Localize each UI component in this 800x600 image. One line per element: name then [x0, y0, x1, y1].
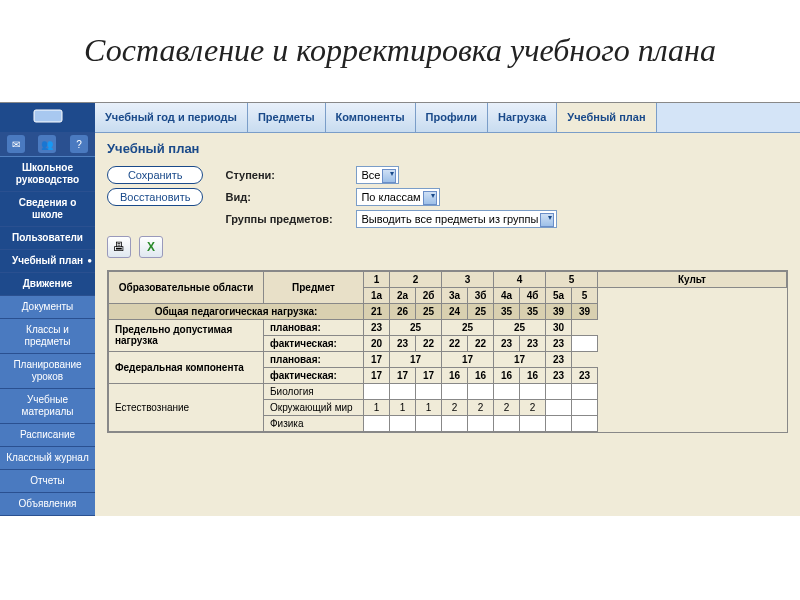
subject-label: плановая:: [264, 319, 364, 335]
cell[interactable]: [468, 383, 494, 399]
tab-4[interactable]: Нагрузка: [488, 103, 557, 132]
restore-button[interactable]: Восстановить: [107, 188, 203, 206]
cell[interactable]: 22: [416, 335, 442, 351]
excel-icon[interactable]: X: [139, 236, 163, 258]
cell: 35: [520, 303, 546, 319]
cell[interactable]: [390, 383, 416, 399]
groups-select[interactable]: Выводить все предметы из группы: [356, 210, 557, 228]
sidebar-item-3[interactable]: Учебный план: [0, 250, 95, 273]
cell[interactable]: 16: [520, 367, 546, 383]
cell[interactable]: 17: [390, 367, 416, 383]
steps-label: Ступени:: [225, 169, 350, 181]
cell[interactable]: 2: [468, 399, 494, 415]
cell[interactable]: 23: [572, 367, 598, 383]
cell[interactable]: 17: [364, 351, 390, 367]
tab-bar: Учебный год и периодыПредметыКомпонентыП…: [95, 103, 800, 133]
cell[interactable]: [572, 383, 598, 399]
cell[interactable]: [442, 383, 468, 399]
cell[interactable]: 17: [416, 367, 442, 383]
cell[interactable]: 23: [364, 319, 390, 335]
cell[interactable]: [468, 415, 494, 431]
cell[interactable]: 23: [520, 335, 546, 351]
subject-label: фактическая:: [264, 367, 364, 383]
cell[interactable]: 30: [546, 319, 572, 335]
tab-1[interactable]: Предметы: [248, 103, 326, 132]
cell[interactable]: [546, 383, 572, 399]
cell[interactable]: [546, 399, 572, 415]
cell[interactable]: 20: [364, 335, 390, 351]
cell[interactable]: [520, 415, 546, 431]
cell[interactable]: [364, 383, 390, 399]
cell[interactable]: [494, 415, 520, 431]
sidebar-item-7[interactable]: Планирование уроков: [0, 354, 95, 389]
cell[interactable]: 23: [546, 335, 572, 351]
cell[interactable]: 17: [494, 351, 546, 367]
steps-select[interactable]: Все: [356, 166, 399, 184]
sidebar-item-11[interactable]: Отчеты: [0, 470, 95, 493]
cell[interactable]: 22: [442, 335, 468, 351]
col-group: 1: [364, 271, 390, 287]
tab-2[interactable]: Компоненты: [326, 103, 416, 132]
tab-5[interactable]: Учебный план: [557, 103, 656, 132]
cell[interactable]: 1: [416, 399, 442, 415]
cell[interactable]: 17: [364, 367, 390, 383]
cell[interactable]: 17: [390, 351, 442, 367]
cell[interactable]: [416, 415, 442, 431]
save-button[interactable]: Сохранить: [107, 166, 203, 184]
sidebar-item-8[interactable]: Учебные материалы: [0, 389, 95, 424]
help-icon[interactable]: ?: [70, 135, 88, 153]
sidebar-item-9[interactable]: Расписание: [0, 424, 95, 447]
cell[interactable]: [572, 399, 598, 415]
cell[interactable]: 16: [442, 367, 468, 383]
subject-label: Окружающий мир: [264, 399, 364, 415]
cell[interactable]: 1: [364, 399, 390, 415]
cell[interactable]: [572, 415, 598, 431]
cell[interactable]: 2: [442, 399, 468, 415]
view-select[interactable]: По классам: [356, 188, 439, 206]
cell[interactable]: [572, 335, 598, 351]
cell[interactable]: 2: [494, 399, 520, 415]
col-class: 5а: [546, 287, 572, 303]
cell[interactable]: [520, 383, 546, 399]
main-panel: Учебный год и периодыПредметыКомпонентыП…: [95, 103, 800, 516]
cell[interactable]: 16: [494, 367, 520, 383]
sidebar-item-10[interactable]: Классный журнал: [0, 447, 95, 470]
content-area: Учебный план Сохранить Восстановить Ступ…: [95, 133, 800, 441]
sidebar-item-4[interactable]: Движение: [0, 273, 95, 296]
col-class: 5: [572, 287, 598, 303]
mail-icon[interactable]: ✉: [7, 135, 25, 153]
tab-0[interactable]: Учебный год и периоды: [95, 103, 248, 132]
sidebar-item-0[interactable]: Школьное руководство: [0, 157, 95, 192]
cell[interactable]: 1: [390, 399, 416, 415]
controls-row: Сохранить Восстановить Ступени: Все Вид:…: [107, 166, 788, 228]
cell[interactable]: 22: [468, 335, 494, 351]
cell[interactable]: 23: [546, 351, 572, 367]
cell[interactable]: 25: [390, 319, 442, 335]
sidebar-item-6[interactable]: Классы и предметы: [0, 319, 95, 354]
cell[interactable]: [546, 415, 572, 431]
sidebar-item-12[interactable]: Объявления: [0, 493, 95, 516]
print-icon[interactable]: 🖶: [107, 236, 131, 258]
cell[interactable]: 23: [390, 335, 416, 351]
cell[interactable]: 17: [442, 351, 494, 367]
cell[interactable]: 25: [442, 319, 494, 335]
sidebar-item-5[interactable]: Документы: [0, 296, 95, 319]
users-icon[interactable]: 👥: [38, 135, 56, 153]
cell[interactable]: [390, 415, 416, 431]
cell[interactable]: [364, 415, 390, 431]
slide-title: Составление и корректировка учебного пла…: [0, 0, 800, 92]
cell[interactable]: 2: [520, 399, 546, 415]
cell[interactable]: 23: [494, 335, 520, 351]
cell[interactable]: [494, 383, 520, 399]
cell[interactable]: 16: [468, 367, 494, 383]
sidebar-item-1[interactable]: Сведения о школе: [0, 192, 95, 227]
col-class: 2а: [390, 287, 416, 303]
cell[interactable]: [416, 383, 442, 399]
col-group: 5: [546, 271, 598, 287]
cell[interactable]: [442, 415, 468, 431]
col-group: 2: [390, 271, 442, 287]
tab-3[interactable]: Профили: [416, 103, 488, 132]
cell[interactable]: 23: [546, 367, 572, 383]
sidebar-item-2[interactable]: Пользователи: [0, 227, 95, 250]
cell[interactable]: 25: [494, 319, 546, 335]
